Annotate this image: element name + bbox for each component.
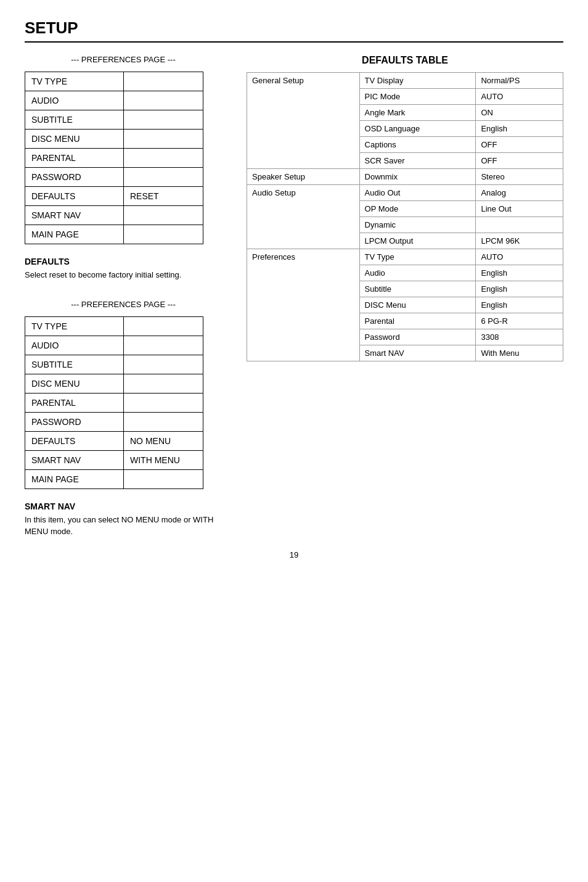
parental-label-2: PARENTAL [25, 394, 124, 412]
table-value: ON [476, 105, 563, 121]
defaults-section: DEFAULTS Select reset to become factory … [25, 257, 222, 281]
table-setting: OP Mode [359, 201, 476, 217]
smart-nav-value-2: WITH MENU [124, 451, 203, 469]
audio-value-2 [124, 336, 203, 355]
list-item: DISC MENU [25, 374, 203, 394]
audio-value [124, 91, 203, 110]
section2-label: --- PREFERENCES PAGE --- [25, 300, 222, 309]
parental-value-2 [124, 394, 203, 412]
table-setting: Dynamic [359, 217, 476, 233]
page-number: 19 [25, 550, 563, 559]
table-value: Analog [476, 185, 563, 201]
table-value: OFF [476, 137, 563, 153]
table-setting: TV Display [359, 73, 476, 89]
list-item: DISC MENU [25, 130, 203, 149]
smart-nav-label-2: SMART NAV [25, 451, 124, 469]
subtitle-label-2: SUBTITLE [25, 355, 124, 374]
list-item: PASSWORD [25, 168, 203, 187]
table-category: Audio Setup [247, 185, 360, 249]
table-category: Preferences [247, 249, 360, 361]
list-item: AUDIO [25, 336, 203, 355]
password-label-2: PASSWORD [25, 413, 124, 431]
table-category: General Setup [247, 73, 360, 169]
subtitle-value-2 [124, 355, 203, 374]
list-item: MAIN PAGE [25, 470, 203, 488]
table-value: Line Out [476, 201, 563, 217]
audio-label: AUDIO [25, 91, 124, 110]
list-item: AUDIO [25, 91, 203, 110]
list-item: PARENTAL [25, 149, 203, 168]
password-label: PASSWORD [25, 168, 124, 186]
table-value: OFF [476, 153, 563, 169]
table-value: English [476, 265, 563, 281]
parental-label: PARENTAL [25, 149, 124, 167]
disc-menu-label-2: DISC MENU [25, 374, 124, 393]
table-setting: Subtitle [359, 281, 476, 297]
table-setting: LPCM Output [359, 233, 476, 249]
list-item: SMART NAV WITH MENU [25, 451, 203, 470]
table-setting: PIC Mode [359, 89, 476, 105]
menu-box-2: TV TYPE AUDIO SUBTITLE DISC MENU PARENTA… [25, 316, 203, 489]
table-value: LPCM 96K [476, 233, 563, 249]
table-setting: Parental [359, 313, 476, 329]
table-setting: Downmix [359, 169, 476, 185]
main-page-value-2 [124, 470, 203, 488]
list-item: TV TYPE [25, 72, 203, 91]
list-item: SUBTITLE [25, 355, 203, 374]
smart-nav-label: SMART NAV [25, 206, 124, 225]
table-setting: Audio [359, 265, 476, 281]
subtitle-value [124, 110, 203, 129]
table-value: English [476, 297, 563, 313]
defaults-value-2: NO MENU [124, 432, 203, 450]
disc-menu-label: DISC MENU [25, 130, 124, 148]
list-item: MAIN PAGE [25, 225, 203, 244]
page-title: SETUP [25, 19, 563, 43]
table-setting: OSD Language [359, 121, 476, 137]
table-setting: SCR Saver [359, 153, 476, 169]
table-value: AUTO [476, 89, 563, 105]
left-column: --- PREFERENCES PAGE --- TV TYPE AUDIO S… [25, 55, 222, 538]
tv-type-label: TV TYPE [25, 72, 124, 91]
list-item: SUBTITLE [25, 110, 203, 130]
main-page-label: MAIN PAGE [25, 225, 124, 244]
table-setting: Smart NAV [359, 345, 476, 361]
table-setting: Angle Mark [359, 105, 476, 121]
disc-menu-value [124, 130, 203, 148]
right-column: DEFAULTS TABLE General SetupTV DisplayNo… [247, 55, 563, 361]
smart-nav-section: SMART NAV In this item, you can select N… [25, 501, 222, 538]
list-item: PARENTAL [25, 394, 203, 413]
smart-nav-value [124, 206, 203, 225]
list-item: PASSWORD [25, 413, 203, 432]
table-value: English [476, 121, 563, 137]
defaults-table-title: DEFAULTS TABLE [247, 55, 563, 66]
tv-type-value-2 [124, 317, 203, 336]
list-item: DEFAULTS RESET [25, 187, 203, 206]
table-setting: Audio Out [359, 185, 476, 201]
table-value: 6 PG-R [476, 313, 563, 329]
table-value: With Menu [476, 345, 563, 361]
password-value-2 [124, 413, 203, 431]
tv-type-label-2: TV TYPE [25, 317, 124, 336]
tv-type-value [124, 72, 203, 91]
defaults-label: DEFAULTS [25, 187, 124, 205]
table-value: 3308 [476, 329, 563, 345]
password-value [124, 168, 203, 186]
defaults-title: DEFAULTS [25, 257, 222, 266]
parental-value [124, 149, 203, 167]
subtitle-label: SUBTITLE [25, 110, 124, 129]
list-item: DEFAULTS NO MENU [25, 432, 203, 451]
menu-box-1: TV TYPE AUDIO SUBTITLE DISC MENU PARENTA… [25, 72, 203, 244]
list-item: TV TYPE [25, 317, 203, 336]
table-value: English [476, 281, 563, 297]
table-value: AUTO [476, 249, 563, 265]
main-page-label-2: MAIN PAGE [25, 470, 124, 488]
smart-nav-section-text: In this item, you can select NO MENU mod… [25, 514, 222, 538]
table-setting: Password [359, 329, 476, 345]
section1-label: --- PREFERENCES PAGE --- [25, 55, 222, 64]
table-value [476, 217, 563, 233]
defaults-value: RESET [124, 187, 203, 205]
list-item: SMART NAV [25, 206, 203, 225]
table-value: Normal/PS [476, 73, 563, 89]
table-setting: TV Type [359, 249, 476, 265]
smart-nav-section-title: SMART NAV [25, 501, 222, 511]
